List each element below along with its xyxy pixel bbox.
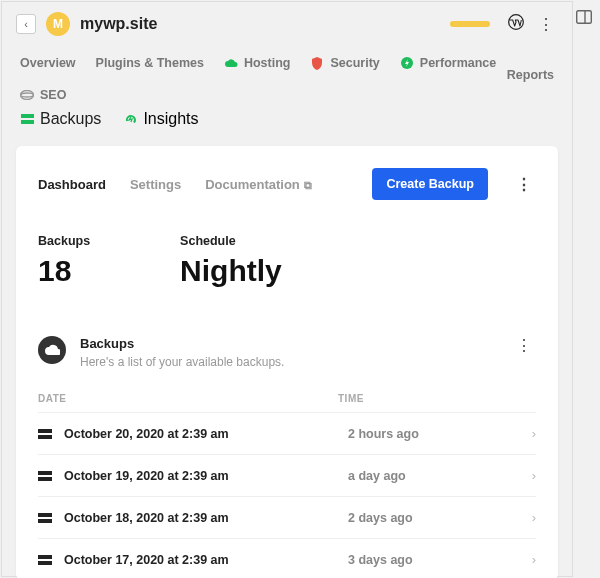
storage-icon: [38, 471, 52, 481]
svg-point-5: [21, 91, 34, 100]
backup-row[interactable]: October 17, 2020 at 2:39 am3 days ago›: [38, 538, 536, 578]
insights-icon: [123, 112, 137, 126]
svg-rect-6: [21, 114, 34, 118]
chevron-right-icon: ›: [532, 510, 536, 525]
nav-overview[interactable]: Overview: [20, 56, 76, 70]
status-indicator: [450, 21, 490, 27]
back-button[interactable]: ‹: [16, 14, 36, 34]
backups-icon: [20, 112, 34, 126]
storage-icon: [38, 513, 52, 523]
nav-label: Overview: [20, 56, 76, 70]
bolt-icon: [400, 56, 414, 70]
stat-schedule: Schedule Nightly: [180, 234, 282, 288]
seo-icon: [20, 88, 34, 102]
backup-date: October 18, 2020 at 2:39 am: [64, 511, 348, 525]
nav-label: Security: [330, 56, 379, 70]
panel-toggle-icon[interactable]: [576, 10, 592, 28]
nav-hosting[interactable]: Hosting: [224, 56, 291, 70]
backup-date: October 20, 2020 at 2:39 am: [64, 427, 348, 441]
nav-performance[interactable]: Performance: [400, 56, 496, 70]
svg-point-4: [21, 93, 34, 97]
col-header-date: DATE: [38, 393, 338, 404]
create-backup-button[interactable]: Create Backup: [372, 168, 488, 200]
card-more-menu[interactable]: ⋮: [512, 175, 536, 194]
nav-seo[interactable]: SEO: [20, 88, 66, 102]
wordpress-icon[interactable]: [508, 14, 524, 34]
list-title: Backups: [80, 336, 498, 351]
stat-label: Backups: [38, 234, 90, 248]
cloud-icon: [224, 56, 238, 70]
svg-rect-7: [21, 120, 34, 124]
nav-label: Hosting: [244, 56, 291, 70]
stat-value: 18: [38, 254, 90, 288]
storage-icon: [38, 555, 52, 565]
svg-rect-0: [577, 11, 592, 24]
chevron-right-icon: ›: [532, 468, 536, 483]
shield-icon: [310, 56, 324, 70]
nav-plugins-themes[interactable]: Plugins & Themes: [96, 56, 204, 70]
site-avatar: M: [46, 12, 70, 36]
list-more-menu[interactable]: ⋮: [512, 336, 536, 355]
col-header-time: TIME: [338, 393, 364, 404]
tab-settings[interactable]: Settings: [130, 177, 181, 192]
backup-time: 2 days ago: [348, 511, 532, 525]
stat-backups: Backups 18: [38, 234, 90, 288]
chevron-right-icon: ›: [532, 426, 536, 441]
cloud-badge-icon: [38, 336, 66, 364]
backup-date: October 19, 2020 at 2:39 am: [64, 469, 348, 483]
chevron-right-icon: ›: [532, 552, 536, 567]
list-subtitle: Here's a list of your available backups.: [80, 355, 498, 369]
backup-time: a day ago: [348, 469, 532, 483]
backup-row[interactable]: October 18, 2020 at 2:39 am2 days ago›: [38, 496, 536, 538]
nav-label: Backups: [40, 110, 101, 128]
backup-time: 2 hours ago: [348, 427, 532, 441]
nav-reports[interactable]: Reports: [507, 68, 554, 82]
backup-row[interactable]: October 19, 2020 at 2:39 ama day ago›: [38, 454, 536, 496]
stat-label: Schedule: [180, 234, 282, 248]
tab-label: Documentation: [205, 177, 300, 192]
nav-label: Plugins & Themes: [96, 56, 204, 70]
nav-label: Insights: [143, 110, 198, 128]
site-name: mywp.site: [80, 15, 440, 33]
storage-icon: [38, 429, 52, 439]
backup-row[interactable]: October 20, 2020 at 2:39 am2 hours ago›: [38, 412, 536, 454]
stat-value: Nightly: [180, 254, 282, 288]
header-more-menu[interactable]: ⋮: [534, 15, 558, 34]
nav-insights[interactable]: Insights: [123, 110, 198, 128]
tab-documentation[interactable]: Documentation⧉: [205, 177, 312, 192]
nav-backups[interactable]: Backups: [20, 110, 101, 128]
tab-dashboard[interactable]: Dashboard: [38, 177, 106, 192]
nav-security[interactable]: Security: [310, 56, 379, 70]
backup-time: 3 days ago: [348, 553, 532, 567]
nav-label: Performance: [420, 56, 496, 70]
nav-label: SEO: [40, 88, 66, 102]
external-link-icon: ⧉: [304, 179, 312, 191]
backup-date: October 17, 2020 at 2:39 am: [64, 553, 348, 567]
